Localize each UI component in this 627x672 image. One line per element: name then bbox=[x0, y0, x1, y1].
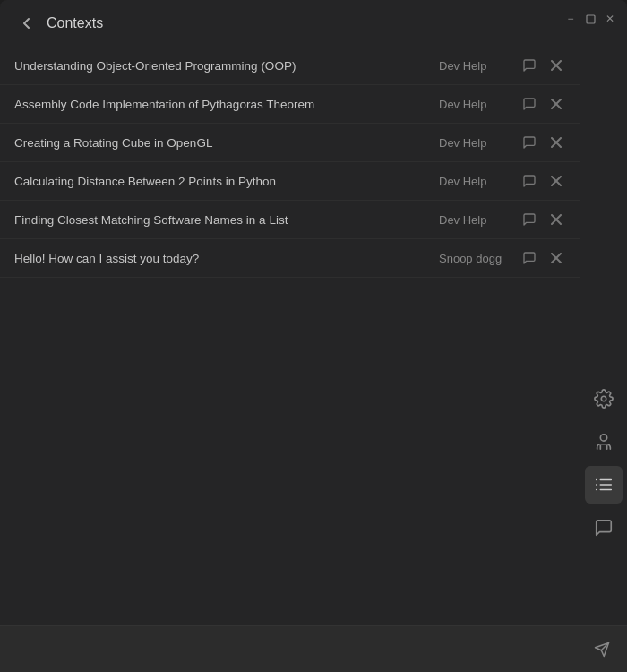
context-chat-icon[interactable] bbox=[520, 133, 539, 152]
context-item[interactable]: Calculating Distance Between 2 Points in… bbox=[0, 162, 580, 201]
context-item-tag: Dev Help bbox=[439, 175, 520, 188]
main-window: Contexts − ✕ Understanding Object-Orient… bbox=[0, 0, 627, 672]
context-chat-icon[interactable] bbox=[520, 56, 539, 75]
context-close-icon[interactable] bbox=[546, 133, 566, 152]
context-item-actions bbox=[520, 133, 566, 152]
maximize-button[interactable] bbox=[584, 13, 597, 25]
send-button[interactable] bbox=[588, 635, 616, 664]
svg-point-14 bbox=[600, 435, 606, 441]
context-close-icon[interactable] bbox=[546, 56, 566, 75]
sidebar-icons bbox=[580, 47, 627, 618]
message-input[interactable] bbox=[11, 642, 588, 657]
context-item-actions bbox=[520, 94, 566, 114]
context-close-icon[interactable] bbox=[546, 210, 566, 229]
persona-icon-button[interactable] bbox=[585, 423, 623, 461]
context-item-title: Creating a Rotating Cube in OpenGL bbox=[14, 136, 439, 150]
context-item-actions bbox=[520, 56, 566, 75]
context-item-tag: Snoop dogg bbox=[439, 252, 520, 265]
chat-icon-button[interactable] bbox=[585, 509, 623, 547]
context-chat-icon[interactable] bbox=[520, 171, 539, 191]
context-item-actions bbox=[520, 248, 566, 268]
back-button[interactable] bbox=[14, 11, 39, 36]
context-item-title: Hello! How can I assist you today? bbox=[14, 252, 439, 265]
context-list: Understanding Object-Oriented Programmin… bbox=[0, 47, 580, 672]
context-item-title: Calculating Distance Between 2 Points in… bbox=[14, 175, 439, 188]
context-item-tag: Dev Help bbox=[439, 213, 520, 227]
context-item-actions bbox=[520, 171, 566, 191]
context-item-tag: Dev Help bbox=[439, 136, 520, 150]
settings-icon-button[interactable] bbox=[585, 380, 623, 418]
context-close-icon[interactable] bbox=[546, 94, 566, 114]
context-item-title: Understanding Object-Oriented Programmin… bbox=[14, 59, 439, 73]
bottom-bar bbox=[0, 625, 627, 672]
title-bar: Contexts − ✕ bbox=[0, 0, 627, 47]
minimize-button[interactable]: − bbox=[564, 13, 577, 25]
context-chat-icon[interactable] bbox=[520, 210, 539, 229]
window-controls: − ✕ bbox=[564, 13, 616, 25]
context-item-title: Assembly Code Implementation of Pythagor… bbox=[14, 98, 439, 111]
context-item-tag: Dev Help bbox=[439, 59, 520, 73]
context-item[interactable]: Creating a Rotating Cube in OpenGLDev He… bbox=[0, 124, 580, 162]
context-close-icon[interactable] bbox=[546, 171, 566, 191]
contexts-icon-button[interactable] bbox=[585, 466, 623, 504]
context-item-actions bbox=[520, 210, 566, 229]
svg-point-13 bbox=[601, 396, 606, 401]
context-item[interactable]: Assembly Code Implementation of Pythagor… bbox=[0, 85, 580, 124]
context-chat-icon[interactable] bbox=[520, 94, 539, 114]
context-item-title: Finding Closest Matching Software Names … bbox=[14, 213, 439, 227]
context-chat-icon[interactable] bbox=[520, 248, 539, 268]
svg-rect-0 bbox=[587, 15, 595, 23]
context-item[interactable]: Understanding Object-Oriented Programmin… bbox=[0, 47, 580, 85]
context-item[interactable]: Hello! How can I assist you today?Snoop … bbox=[0, 239, 580, 278]
context-item[interactable]: Finding Closest Matching Software Names … bbox=[0, 201, 580, 239]
context-item-tag: Dev Help bbox=[439, 98, 520, 111]
context-close-icon[interactable] bbox=[546, 248, 566, 268]
page-title: Contexts bbox=[47, 15, 103, 31]
close-button[interactable]: ✕ bbox=[604, 13, 616, 25]
